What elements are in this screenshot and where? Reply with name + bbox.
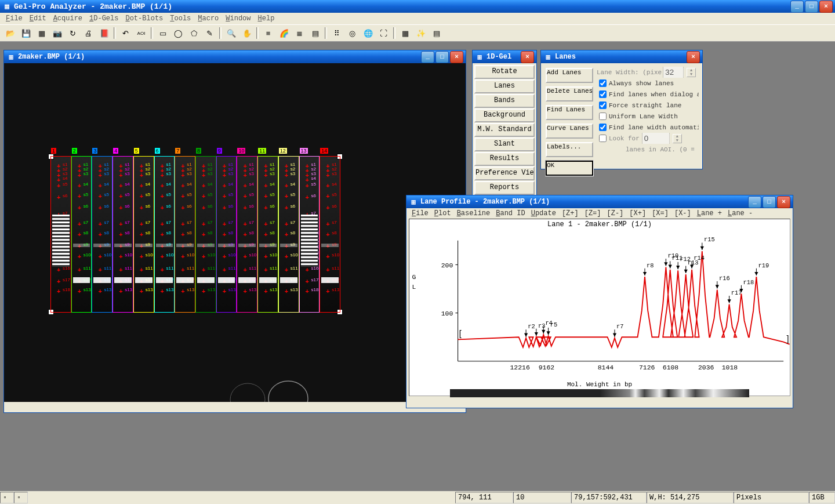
lane-4[interactable]: 4+s1+s2+s3+s4+s5+s6+s7+s8+s9+s10+s11+s12… (112, 156, 133, 313)
lane-3[interactable]: 3+s1+s2+s3+s4+s5+s6+s7+s8+s9+s10+s11+s12… (92, 156, 112, 313)
tb-list-icon[interactable]: ▤ (429, 26, 444, 40)
tb-camera-icon[interactable]: 📷 (50, 26, 64, 40)
checkbox-4[interactable] (599, 124, 607, 131)
checkbox-3[interactable] (599, 113, 607, 120)
pal-results-button[interactable]: Results (474, 152, 535, 166)
profmenu-x+[interactable]: [X+] (626, 209, 649, 217)
tb-print-icon[interactable]: 🖨 (81, 26, 96, 40)
lanes-find-lanes-button[interactable]: Find Lanes (546, 105, 593, 120)
pal-rotate-button[interactable]: Rotate (474, 65, 535, 79)
tb-pencil-icon[interactable]: ✎ (202, 26, 217, 40)
tb-globe-icon[interactable]: 🌐 (361, 26, 375, 40)
lane-13[interactable]: 13+s1+s2+s3+s4+s5+s6+s7+s8+s9+s10+s11+s1… (299, 156, 320, 313)
lanes-close[interactable]: × (687, 51, 700, 63)
tb-open-icon[interactable]: 📂 (3, 26, 17, 40)
image-hscroll[interactable] (4, 403, 456, 412)
lane-12[interactable]: 12+s1+s2+s3+s4+s5+s6+s7+s8+s9+s10+s11+s1… (278, 156, 299, 313)
status-icon1[interactable]: ▫ (0, 492, 14, 503)
check-5[interactable]: Look for▲▼ (597, 133, 699, 144)
profile-hscroll[interactable] (409, 397, 781, 407)
pal-bands-button[interactable]: Bands (474, 94, 535, 108)
tb-xls-icon[interactable]: ▦ (398, 26, 412, 40)
lanes-labels--button[interactable]: Labels... (546, 142, 593, 157)
profmenu-x-[interactable]: [X-] (671, 209, 694, 217)
menu-file[interactable]: File (2, 14, 26, 23)
image-close[interactable]: × (450, 51, 463, 63)
tb-palette-icon[interactable]: ▤ (308, 26, 322, 40)
lane-9[interactable]: 9+s1+s2+s3+s4+s5+s6+s7+s8+s9+s10+s11+s12… (216, 156, 237, 313)
check-3[interactable]: Uniform Lane Width (597, 111, 699, 122)
lane-11[interactable]: 11+s1+s2+s3+s4+s5+s6+s7+s8+s9+s10+s11+s1… (257, 156, 278, 313)
tb-eq1-icon[interactable]: ≡ (261, 26, 275, 40)
profmenu-plot[interactable]: Plot (431, 209, 454, 217)
tb-book-icon[interactable]: 📕 (97, 26, 111, 40)
tb-polygon-icon[interactable]: ⬠ (187, 26, 201, 40)
profile-maximize[interactable]: □ (763, 196, 776, 208)
checkbox-5[interactable] (599, 135, 607, 142)
menu-macro[interactable]: Macro (194, 14, 222, 23)
pal-m-w-standard-button[interactable]: M.W. Standard (474, 123, 535, 137)
tb-zoom-icon[interactable]: 🔍 (224, 26, 238, 40)
tb-eq2-icon[interactable]: ≣ (292, 26, 307, 40)
profmenu-lane-[interactable]: Lane - (725, 209, 756, 217)
tb-oval-icon[interactable]: ◯ (171, 26, 186, 40)
profmenu-z-[interactable]: [Z-] (604, 209, 627, 217)
profile-minimize[interactable]: _ (748, 196, 761, 208)
tb-hand-icon[interactable]: ✋ (239, 26, 254, 40)
lane-2[interactable]: 2+s1+s2+s3+s4+s5+s6+s7+s8+s9+s10+s11+s12… (71, 156, 92, 313)
lane-8[interactable]: 8+s1+s2+s3+s4+s5+s6+s7+s8+s9+s10+s11+s12… (195, 156, 216, 313)
lane-14[interactable]: 14+s1+s2+s3+s4+s5+s6+s7+s8+s9+s10+s11+s1… (320, 156, 340, 313)
profmenu-x[interactable]: [X=] (649, 209, 671, 217)
pal-reports-button[interactable]: Reports (474, 181, 535, 195)
check-2[interactable]: Force straight lane (597, 100, 699, 111)
check-4[interactable]: Find lane width automatic (597, 122, 699, 133)
checkbox-1[interactable] (599, 90, 607, 98)
profile-close[interactable]: × (777, 196, 790, 208)
lanes-add-lanes-button[interactable]: Add Lanes (546, 68, 593, 83)
menu-acquire[interactable]: Acquire (50, 14, 86, 23)
tb-grid-icon[interactable]: ▦ (34, 26, 49, 40)
gel-canvas[interactable]: 1+s1+s2+s3+s4+s5+s6+s7+s8+s9+s10+s11+s12… (4, 63, 466, 402)
profmenu-baseline[interactable]: Baseline (454, 209, 493, 217)
profmenu-z[interactable]: [Z=] (582, 209, 604, 217)
image-minimize[interactable]: _ (421, 51, 434, 63)
image-maximize[interactable]: □ (435, 51, 449, 63)
profmenu-bandid[interactable]: Band ID (493, 209, 528, 217)
spinner-up[interactable]: ▲▼ (687, 68, 696, 77)
profmenu-z+[interactable]: [Z+] (559, 209, 582, 217)
lookfor-spinner[interactable]: ▲▼ (673, 134, 682, 143)
lane-6[interactable]: 6+s1+s2+s3+s4+s5+s6+s7+s8+s9+s10+s11+s12… (154, 156, 175, 313)
check-1[interactable]: Find lanes when dialog app (597, 89, 699, 100)
pal-lanes-button[interactable]: Lanes (474, 79, 535, 93)
profmenu-file[interactable]: File (409, 209, 431, 217)
tb-rect-icon[interactable]: ▭ (155, 26, 170, 40)
menu-1d-gels[interactable]: 1D-Gels (86, 14, 122, 23)
close-button[interactable]: × (819, 1, 833, 13)
menu-tools[interactable]: Tools (166, 14, 194, 23)
status-icon2[interactable]: ▫ (14, 492, 28, 503)
tb-save-icon[interactable]: 💾 (19, 26, 33, 40)
lane-10[interactable]: 10+s1+s2+s3+s4+s5+s6+s7+s8+s9+s10+s11+s1… (237, 156, 257, 313)
tb-rainbow-icon[interactable]: 🌈 (277, 26, 291, 40)
menu-dot-blots[interactable]: Dot-Blots (122, 14, 166, 23)
lanes-delete-lanes-button[interactable]: Delete Lanes (546, 86, 593, 101)
profile-plot[interactable]: 10020012216916281447126610820361018[]r2r… (409, 229, 790, 379)
menu-help[interactable]: Help (255, 14, 278, 23)
lane-1[interactable]: 1+s1+s2+s3+s4+s5+s6+s7+s8+s9+s10+s11+s12… (50, 156, 71, 313)
checkbox-0[interactable] (599, 79, 607, 87)
tb-target-icon[interactable]: ◎ (345, 26, 360, 40)
checkbox-2[interactable] (599, 101, 607, 109)
lanes-ok-button[interactable]: OK (546, 161, 593, 176)
minimize-button[interactable]: _ (790, 1, 804, 13)
pal-slant-button[interactable]: Slant (474, 137, 535, 151)
tb-new-aoi-icon[interactable]: AOI (134, 26, 148, 40)
pal-preference-views-button[interactable]: Preference Views (474, 166, 535, 180)
lane-5[interactable]: 5+s1+s2+s3+s4+s5+s6+s7+s8+s9+s10+s11+s12… (133, 156, 154, 313)
check-0[interactable]: Always show lanes (597, 78, 699, 89)
tb-undo-icon[interactable]: ↶ (118, 26, 133, 40)
menu-window[interactable]: Window (222, 14, 254, 23)
tb-dots-icon[interactable]: ⠿ (329, 26, 344, 40)
profmenu-lane+[interactable]: Lane + (694, 209, 725, 217)
menu-edit[interactable]: Edit (26, 14, 50, 23)
tb-refresh-icon[interactable]: ↻ (66, 26, 80, 40)
